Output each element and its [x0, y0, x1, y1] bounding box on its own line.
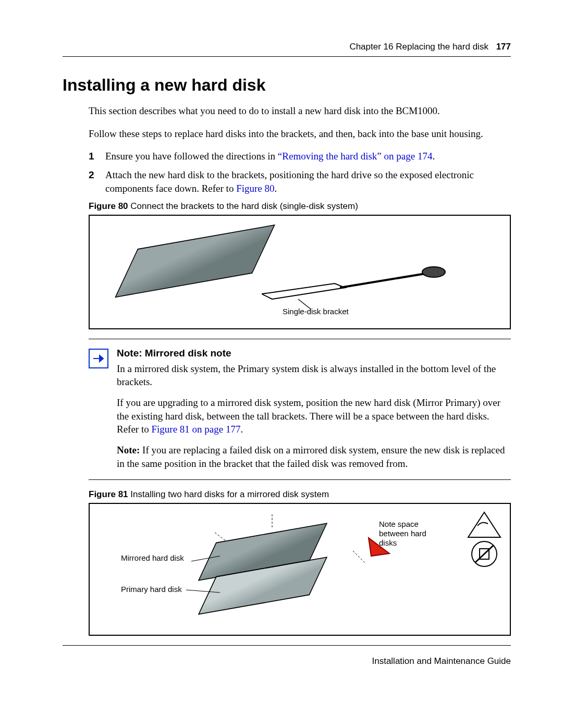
figure-81-caption: Figure 81 Installing two hard disks for …: [89, 489, 511, 500]
figure-label: Figure 81: [89, 489, 128, 499]
intro-paragraph-2: Follow these steps to replace hard disks…: [89, 127, 511, 141]
note-paragraph: Note: If you are replacing a failed disk…: [117, 443, 511, 470]
note-arrow-icon: [89, 349, 108, 368]
text: Mirrored disk note: [142, 348, 231, 359]
intro-paragraph-1: This section describes what you need to …: [89, 104, 511, 118]
text: Note:: [117, 445, 140, 455]
link-removing-hard-disk[interactable]: “Removing the hard disk” on page 174: [278, 151, 433, 162]
step-1: 1 Ensure you have followed the direction…: [89, 150, 511, 163]
footer-rule: [63, 645, 511, 646]
svg-line-4: [191, 556, 220, 561]
running-header: Chapter 16 Replacing the hard disk 177: [63, 42, 511, 56]
figure-title: Installing two hard disks for a mirrored…: [128, 489, 329, 499]
text: .: [240, 424, 243, 435]
callout-note-space: Note space between hard disks: [379, 520, 436, 548]
note-paragraph: If you are upgrading to a mirrored disk …: [117, 396, 511, 436]
step-text: Attach the new hard disk to the brackets…: [105, 168, 511, 195]
svg-line-5: [186, 590, 220, 593]
callout-single-disk-bracket: Single-disk bracket: [283, 307, 349, 316]
section-heading: Installing a new hard disk: [63, 76, 511, 95]
link-figure-81[interactable]: Figure 81 on page 177: [151, 424, 240, 435]
text: .: [275, 183, 277, 194]
svg-line-9: [353, 551, 366, 564]
svg-marker-10: [468, 512, 500, 537]
figure-title: Connect the brackets to the hard disk (s…: [128, 201, 358, 211]
svg-marker-0: [262, 283, 345, 299]
svg-point-2: [422, 267, 445, 277]
text: If you are replacing a failed disk on a …: [117, 445, 505, 469]
step-list: 1 Ensure you have followed the direction…: [89, 150, 511, 195]
body: This section describes what you need to …: [89, 104, 511, 636]
step-number: 1: [89, 150, 102, 163]
svg-line-1: [340, 273, 429, 288]
text: Attach the new hard disk to the brackets…: [105, 169, 474, 194]
note-text: Note: Mirrored disk note In a mirrored d…: [117, 347, 511, 470]
callout-mirrored-hard-disk: Mirrored hard disk: [121, 553, 184, 563]
safety-icons: [466, 511, 503, 569]
figure-81: Mirrored hard disk Primary hard disk Not…: [89, 503, 511, 636]
text: Note:: [117, 348, 142, 359]
header-rule: [63, 56, 511, 57]
text: .: [432, 151, 435, 162]
step-text: Ensure you have followed the directions …: [105, 150, 435, 163]
page-number: 177: [496, 42, 511, 52]
text: Ensure you have followed the directions …: [105, 151, 278, 162]
figure-label: Figure 80: [89, 201, 128, 211]
note-mirrored-disk: Note: Mirrored disk note In a mirrored d…: [89, 339, 511, 480]
running-footer: Installation and Maintenance Guide: [63, 651, 511, 667]
note-title: Note: Mirrored disk note: [117, 347, 511, 360]
step-2: 2 Attach the new hard disk to the bracke…: [89, 168, 511, 195]
chapter-title: Chapter 16 Replacing the hard disk: [349, 42, 488, 52]
svg-line-8: [215, 533, 225, 540]
callout-primary-hard-disk: Primary hard disk: [121, 585, 182, 594]
figure-80: Single-disk bracket: [89, 215, 511, 329]
figure-81-annotations: [90, 504, 510, 635]
step-number: 2: [89, 168, 102, 195]
link-figure-80[interactable]: Figure 80: [236, 183, 274, 194]
page: Chapter 16 Replacing the hard disk 177 I…: [0, 0, 563, 698]
note-paragraph: In a mirrored disk system, the Primary s…: [117, 362, 511, 389]
hard-disk-illustration: [115, 225, 275, 298]
figure-80-caption: Figure 80 Connect the brackets to the ha…: [89, 201, 511, 212]
